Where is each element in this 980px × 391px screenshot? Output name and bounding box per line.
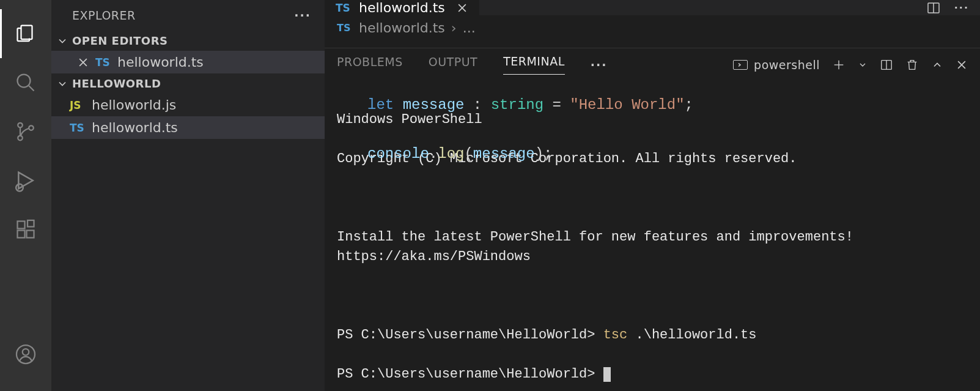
code-editor[interactable]: 1 2 let message : string = "Hello World"…: [325, 40, 980, 48]
explorer-title: EXPLORER: [72, 9, 136, 22]
token-variable: message: [473, 146, 535, 162]
svg-point-4: [18, 136, 23, 141]
explorer-sidebar: EXPLORER ··· OPEN EDITORS TS helloworld.…: [51, 0, 325, 391]
svg-rect-9: [27, 231, 34, 238]
breadcrumb-separator: ›: [451, 20, 457, 35]
activity-explorer-icon[interactable]: [0, 9, 51, 58]
editor-tab-row: TS helloworld.ts ···: [325, 0, 980, 15]
tab-filename: helloworld.ts: [359, 0, 445, 15]
ts-file-icon: TS: [336, 2, 352, 14]
token-keyword: let: [367, 97, 394, 113]
activity-account-icon[interactable]: [0, 330, 51, 379]
svg-point-1: [18, 75, 31, 88]
svg-rect-10: [28, 220, 34, 227]
token-string: "Hello World": [570, 97, 684, 113]
terminal-cursor: [603, 367, 611, 382]
file-name: helloworld.ts: [92, 120, 178, 135]
token-function: log: [438, 146, 464, 162]
svg-rect-8: [18, 231, 25, 238]
breadcrumb-rest: ...: [463, 20, 476, 35]
file-name: helloworld.js: [92, 97, 176, 113]
close-icon[interactable]: [77, 56, 89, 69]
open-editors-section[interactable]: OPEN EDITORS: [51, 31, 325, 51]
terminal-line: Install the latest PowerShell for new fe…: [337, 228, 968, 267]
folder-label: HELLOWORLD: [72, 77, 161, 90]
folder-section[interactable]: HELLOWORLD: [51, 73, 325, 94]
token-variable: message: [403, 97, 465, 113]
svg-line-2: [29, 86, 34, 91]
svg-rect-0: [21, 26, 32, 40]
ts-file-icon: TS: [337, 22, 353, 34]
editor-tab[interactable]: TS helloworld.ts: [325, 0, 480, 15]
svg-rect-7: [18, 222, 25, 229]
chevron-down-icon: [56, 78, 68, 90]
split-editor-icon[interactable]: [926, 1, 941, 15]
breadcrumb-file: helloworld.ts: [359, 20, 445, 35]
token-object: console: [367, 146, 429, 162]
svg-point-12: [23, 349, 29, 356]
open-editor-item[interactable]: TS helloworld.ts: [51, 51, 325, 73]
ts-file-icon: TS: [95, 56, 111, 69]
editor-more-icon[interactable]: ···: [954, 2, 969, 13]
svg-point-3: [18, 123, 23, 128]
breadcrumb[interactable]: TS helloworld.ts › ...: [325, 15, 980, 40]
file-item-js[interactable]: JS helloworld.js: [51, 94, 325, 116]
js-file-icon: JS: [70, 99, 86, 111]
terminal-line: PS C:\Users\username\HelloWorld> tsc .\h…: [337, 326, 968, 345]
explorer-more-icon[interactable]: ···: [294, 9, 311, 22]
activity-search-icon[interactable]: [0, 58, 51, 107]
activity-source-control-icon[interactable]: [0, 107, 51, 156]
ts-file-icon: TS: [70, 122, 86, 134]
terminal-line: PS C:\Users\username\HelloWorld>: [337, 365, 968, 384]
editor-area: TS helloworld.ts ··· TS helloworld.ts › …: [325, 0, 980, 391]
open-editor-name: helloworld.ts: [117, 54, 204, 70]
activity-extensions-icon[interactable]: [0, 205, 51, 254]
file-item-ts[interactable]: TS helloworld.ts: [51, 116, 325, 139]
open-editors-label: OPEN EDITORS: [72, 34, 168, 47]
token-type: string: [491, 97, 543, 113]
activity-run-debug-icon[interactable]: [0, 156, 51, 205]
current-line-highlight: [367, 69, 980, 93]
close-icon[interactable]: [456, 2, 468, 14]
chevron-down-icon: [56, 35, 68, 47]
activity-bar: [0, 0, 51, 391]
svg-point-5: [29, 125, 34, 130]
